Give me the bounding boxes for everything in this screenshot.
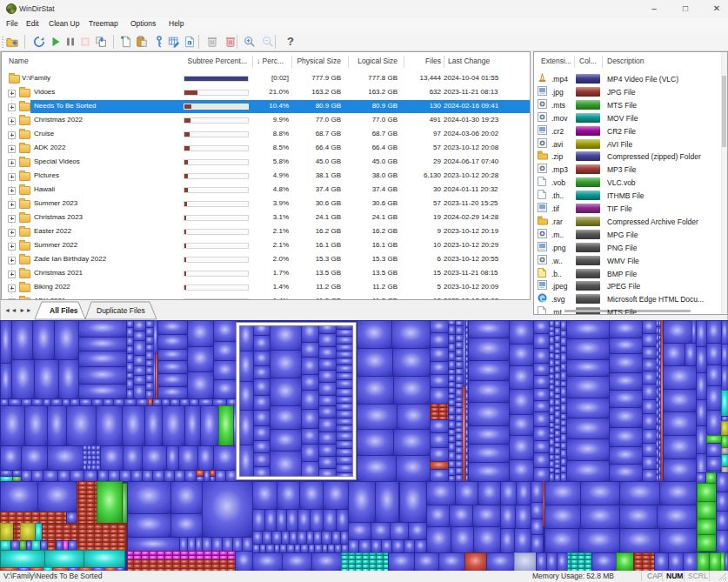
svg-text:All Files: All Files — [50, 306, 78, 315]
svg-text:Duplicate Files: Duplicate Files — [97, 306, 145, 315]
